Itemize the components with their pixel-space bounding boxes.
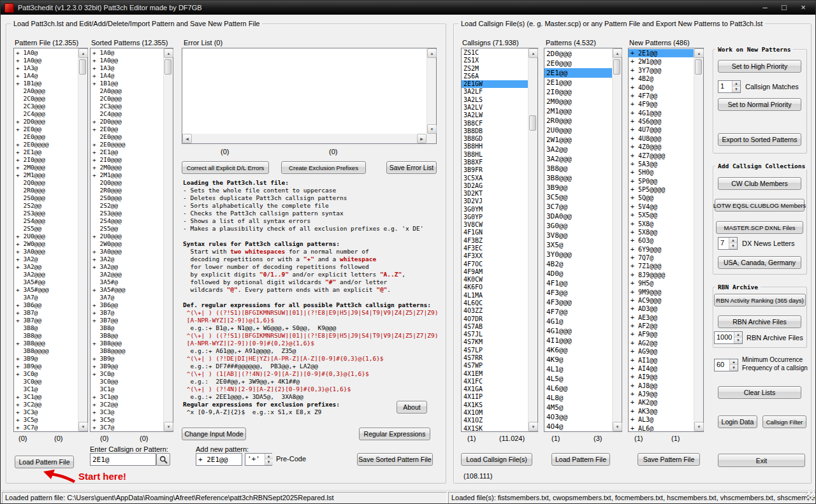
list-item[interactable]: 2S4@@@	[91, 217, 163, 225]
list-item[interactable]: 4F7@@	[544, 307, 612, 317]
list-item[interactable]: + 7Q7@	[629, 254, 694, 262]
list-item[interactable]: 4X1FC	[462, 378, 528, 385]
list-item[interactable]: 2S5@@	[91, 225, 163, 233]
list-item[interactable]: 2S3@@@	[14, 210, 78, 217]
lotw-eqsl-clublog-button[interactable]: LOTW EQSL CLUBLOG Members	[715, 199, 805, 212]
load-pattern-file-right-button[interactable]: Load Pattern File	[551, 453, 610, 466]
list-item[interactable]: + 3B9@	[91, 355, 163, 363]
save-sorted-pattern-button[interactable]: Save Sorted Pattern File	[357, 453, 433, 466]
list-item[interactable]: + 2I0@@@	[14, 156, 78, 164]
list-item[interactable]: + 3C3@	[14, 408, 78, 416]
list-item[interactable]: 2S2@@	[14, 202, 78, 210]
list-item[interactable]: ZS1X	[462, 57, 528, 64]
list-item[interactable]: + AD3@@	[629, 305, 694, 313]
regular-expressions-button[interactable]: Regular Expressions	[359, 428, 430, 440]
list-item[interactable]: 4L6QC	[462, 299, 528, 307]
list-item[interactable]: 4F3XX	[462, 252, 528, 260]
list-item[interactable]: ZS2M	[462, 65, 528, 73]
list-item[interactable]: + 5P5@@@@	[629, 185, 694, 194]
precode-value[interactable]: '+'	[245, 454, 265, 465]
load-pattern-file-button[interactable]: Load Pattern File	[15, 456, 74, 468]
scrollbar-down-button[interactable]: ▼	[427, 124, 437, 134]
list-item[interactable]: 3A2@@@	[544, 154, 612, 164]
pattern-file-listbox[interactable]: + 1A0@+ 1A0@@+ 1A3@+ 1A4@+ 1B1@@ 2A0@@@ …	[13, 48, 88, 432]
list-item[interactable]: + 2I0@@@	[91, 156, 163, 164]
new-patterns-listbox[interactable]: + 2E1@@+ 2W1@@@+ 3Y7@@@+ 4B2@+ 4D0@+ 4F7…	[628, 48, 704, 432]
master-scp-dxnl-button[interactable]: MASTER.SCP DXNL Files	[716, 221, 803, 234]
list-item[interactable]: + 3A2@	[14, 256, 78, 263]
list-item[interactable]: 3B8@@@@	[91, 347, 163, 355]
sorted-patterns-listbox[interactable]: + 1A0@+ 1A0@@+ 1A3@+ 1A4@+ 1B1@@ 2A0@@@ …	[90, 48, 173, 432]
list-item[interactable]: 3Y0@@@	[544, 250, 612, 259]
list-item[interactable]: + 4F7@@	[629, 92, 694, 100]
list-item[interactable]: 2W1@@@	[544, 135, 612, 145]
list-item[interactable]: 4X1OM	[462, 409, 528, 417]
scrollbar-track[interactable]	[164, 58, 173, 422]
list-item[interactable]: + 2E1@@	[91, 148, 163, 156]
list-item[interactable]: + 1A0@	[91, 49, 163, 57]
spinner-down-icon[interactable]: ▼	[729, 243, 737, 249]
scrollbar-up-button[interactable]: ▲	[427, 48, 437, 58]
list-item[interactable]: + 1A4@	[91, 72, 163, 80]
scrollbar-thumb[interactable]	[164, 59, 171, 75]
list-item[interactable]: 4X1IP	[462, 393, 528, 401]
list-item[interactable]: 4L8@	[544, 393, 612, 403]
error-list-hscrollbar[interactable]: ◀▶	[182, 134, 426, 143]
list-item[interactable]: + 4U7@@@	[629, 126, 694, 134]
list-item[interactable]: 4G1@	[544, 317, 612, 326]
list-item[interactable]: 3B9FR	[462, 166, 528, 174]
list-item[interactable]: 2M0@@@	[544, 97, 612, 106]
list-item[interactable]: + AC9@@@	[629, 296, 694, 305]
list-item[interactable]: + AJ8@@	[629, 382, 694, 390]
list-item[interactable]: 3B8@@	[544, 164, 612, 173]
list-item[interactable]: 3C5@@	[544, 192, 612, 202]
scrollbar-track[interactable]	[528, 58, 537, 422]
list-item[interactable]: + 3B6@@	[14, 301, 78, 309]
spinner-down-icon[interactable]: ▼	[734, 338, 742, 343]
list-item[interactable]: + 2U0@@@	[91, 233, 163, 240]
list-item[interactable]: + 1A3@	[91, 64, 163, 72]
list-item[interactable]: 4M5@	[544, 403, 612, 412]
list-item[interactable]: + 2M0@@@	[91, 164, 163, 171]
list-item[interactable]: + 1A4@	[14, 72, 78, 80]
list-item[interactable]: + 2M1@@@	[91, 171, 163, 179]
list-item[interactable]: + AI9@@	[629, 373, 694, 381]
save-pattern-file-button[interactable]: Save Pattern File	[638, 453, 700, 466]
spinner-down-icon[interactable]: ▼	[732, 87, 740, 92]
callsign-matches-value[interactable]: 1	[718, 81, 732, 92]
list-item[interactable]: 3B8@	[14, 324, 78, 332]
list-item[interactable]: + 5P0@@	[629, 177, 694, 185]
list-item[interactable]: + 3A2@	[91, 256, 163, 263]
list-item[interactable]: 2E1GW	[462, 80, 528, 88]
list-item[interactable]: 2Q0@@@	[91, 179, 163, 187]
precode-spinner[interactable]: '+' ▲ ▼	[245, 453, 272, 466]
list-item[interactable]: 4O4@	[544, 422, 612, 431]
list-item[interactable]: + 9M9@@@	[629, 288, 694, 296]
list-item[interactable]: + 1B1@@	[91, 80, 163, 87]
error-list-vscrollbar[interactable]: ▲▼	[426, 48, 436, 134]
list-item[interactable]: 2A0@@@	[91, 87, 163, 95]
scrollbar-down-button[interactable]: ▼	[613, 422, 622, 431]
pattern-file-scrollbar[interactable]: ▲▼	[78, 48, 87, 431]
rbn-activity-ranking-button[interactable]: RBN Activity Ranking (365 days)	[714, 294, 806, 306]
change-input-mode-button[interactable]: Change Input Mode	[182, 428, 246, 440]
list-item[interactable]: + 3A2@@	[91, 263, 163, 271]
list-item[interactable]: 3B8@	[91, 324, 163, 332]
list-item[interactable]: + 2E0@@	[14, 126, 78, 133]
list-item[interactable]: 3X5@	[544, 240, 612, 250]
list-item[interactable]: 2E0@@@	[544, 59, 612, 68]
list-item[interactable]: + AJ9@@	[629, 390, 694, 398]
scrollbar-right-button[interactable]: ▶	[417, 134, 426, 143]
list-item[interactable]: + 5A3@@	[629, 160, 694, 168]
list-item[interactable]: 3V8CW	[462, 221, 528, 229]
list-item[interactable]: 3C7@@	[544, 202, 612, 212]
list-item[interactable]: 3G0@@	[544, 221, 612, 231]
patterns-listbox[interactable]: 2D0@@@2E0@@@2E1@@2E1@@@2I0@@@2M0@@@2M1@@…	[544, 48, 622, 432]
list-item[interactable]: + 3B9@	[14, 355, 78, 363]
list-item[interactable]: 2C0@@@	[91, 95, 163, 103]
list-item[interactable]: 4X1KS	[462, 401, 528, 409]
list-item[interactable]: 4L1MA	[462, 292, 528, 299]
list-item[interactable]: + 2M0@@@	[14, 164, 78, 171]
export-to-sorted-button[interactable]: Export to Sorted Patterns	[718, 133, 801, 146]
list-item[interactable]: 3C0@@	[14, 378, 78, 385]
